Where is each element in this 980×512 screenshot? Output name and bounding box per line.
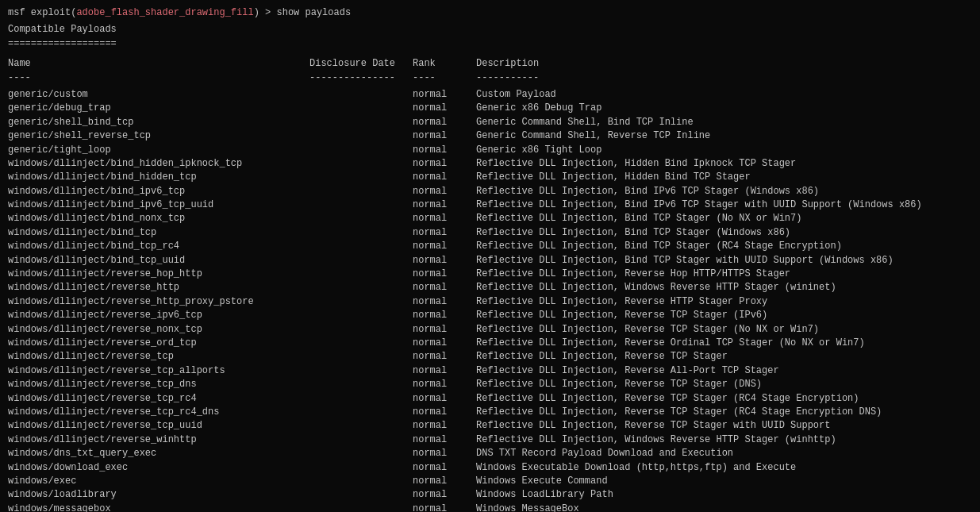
payload-desc: Windows MessageBox: [476, 502, 972, 512]
payload-desc: Reflective DLL Injection, Reverse TCP St…: [476, 392, 972, 406]
table-row: windows/dllinject/reverse_ipv6_tcp norma…: [8, 309, 972, 322]
terminal-window: msf exploit(adobe_flash_shader_drawing_f…: [8, 6, 972, 512]
payload-desc: Reflective DLL Injection, Reverse Hop HT…: [476, 268, 972, 281]
payload-desc: Reflective DLL Injection, Bind TCP Stage…: [476, 240, 972, 253]
payload-desc: Custom Payload: [476, 88, 972, 102]
payload-name: windows/dllinject/reverse_tcp: [8, 350, 309, 364]
payload-name: generic/shell_bind_tcp: [8, 116, 309, 129]
table-row: windows/dllinject/reverse_tcp_rc4 normal…: [8, 392, 972, 406]
payload-name: windows/dllinject/bind_ipv6_tcp_uuid: [8, 198, 309, 212]
table-row: windows/dllinject/bind_ipv6_tcp normal R…: [8, 185, 972, 198]
payload-rank: normal: [413, 268, 476, 281]
payload-rank: normal: [413, 254, 476, 268]
table-row: windows/dllinject/bind_tcp normal Reflec…: [8, 226, 972, 240]
col-header-name: Name: [8, 57, 309, 71]
payload-date: [309, 102, 413, 115]
table-row: windows/dllinject/reverse_tcp_dns normal…: [8, 378, 972, 391]
table-row: windows/dllinject/reverse_tcp_uuid norma…: [8, 419, 972, 433]
table-row: windows/download_exec normal Windows Exe…: [8, 461, 972, 475]
payload-desc: Reflective DLL Injection, Bind TCP Stage…: [476, 212, 972, 225]
payload-date: [309, 461, 413, 475]
payload-date: [309, 392, 413, 406]
payload-rank: normal: [413, 364, 476, 378]
payload-desc: Reflective DLL Injection, Bind IPv6 TCP …: [476, 198, 972, 212]
payload-desc: Generic x86 Debug Trap: [476, 102, 972, 115]
payload-name: windows/dllinject/bind_tcp_rc4: [8, 240, 309, 253]
payload-date: [309, 198, 413, 212]
table-row: windows/dllinject/bind_tcp_rc4 normal Re…: [8, 240, 972, 253]
payload-date: [309, 475, 413, 488]
payload-date: [309, 144, 413, 157]
payload-rank: normal: [413, 378, 476, 391]
payload-date: [309, 419, 413, 433]
payload-rank: normal: [413, 240, 476, 253]
table-row: windows/dllinject/reverse_tcp normal Ref…: [8, 350, 972, 364]
table-row: windows/exec normal Windows Execute Comm…: [8, 475, 972, 488]
payload-name: generic/custom: [8, 88, 309, 102]
payload-rank: normal: [413, 392, 476, 406]
table-row: generic/shell_reverse_tcp normal Generic…: [8, 129, 972, 143]
section-title: Compatible Payloads: [8, 23, 972, 37]
payload-date: [309, 268, 413, 281]
table-row: windows/dllinject/reverse_tcp_allports n…: [8, 364, 972, 378]
payload-desc: Reflective DLL Injection, Reverse TCP St…: [476, 406, 972, 419]
prompt-line: msf exploit(adobe_flash_shader_drawing_f…: [8, 6, 972, 20]
payload-date: [309, 116, 413, 129]
payload-rank: normal: [413, 171, 476, 184]
col-ul-rank: ----: [413, 71, 476, 85]
payload-name: windows/dllinject/reverse_hop_http: [8, 268, 309, 281]
table-row: windows/dllinject/bind_hidden_ipknock_tc…: [8, 157, 972, 171]
payload-rank: normal: [413, 309, 476, 322]
payload-name: windows/exec: [8, 475, 309, 488]
payload-name: generic/shell_reverse_tcp: [8, 129, 309, 143]
col-header-rank: Rank: [413, 57, 476, 71]
payload-rank: normal: [413, 102, 476, 115]
payload-date: [309, 185, 413, 198]
table-row: windows/dllinject/reverse_nonx_tcp norma…: [8, 323, 972, 337]
table-row: windows/dns_txt_query_exec normal DNS TX…: [8, 447, 972, 460]
prompt-msf: msf exploit(: [8, 7, 76, 18]
payload-rank: normal: [413, 488, 476, 502]
prompt-command: ) > show payloads: [254, 7, 351, 18]
table-row: windows/dllinject/reverse_ord_tcp normal…: [8, 337, 972, 350]
payload-rank: normal: [413, 129, 476, 143]
payload-rank: normal: [413, 198, 476, 212]
payload-desc: Generic Command Shell, Reverse TCP Inlin…: [476, 129, 972, 143]
payload-table: generic/custom normal Custom Payload gen…: [8, 88, 972, 512]
payload-name: windows/download_exec: [8, 461, 309, 475]
col-header-date: Disclosure Date: [309, 57, 413, 71]
payload-desc: Generic Command Shell, Bind TCP Inline: [476, 116, 972, 129]
payload-name: windows/loadlibrary: [8, 488, 309, 502]
table-row: generic/shell_bind_tcp normal Generic Co…: [8, 116, 972, 129]
table-row: windows/messagebox normal Windows Messag…: [8, 502, 972, 512]
table-row: windows/loadlibrary normal Windows LoadL…: [8, 488, 972, 502]
payload-rank: normal: [413, 212, 476, 225]
payload-rank: normal: [413, 433, 476, 447]
payload-name: windows/dllinject/bind_hidden_ipknock_tc…: [8, 157, 309, 171]
payload-name: windows/dllinject/reverse_tcp_rc4: [8, 392, 309, 406]
payload-rank: normal: [413, 88, 476, 102]
payload-desc: Reflective DLL Injection, Reverse TCP St…: [476, 419, 972, 433]
payload-date: [309, 281, 413, 294]
table-header: Name Disclosure Date Rank Description: [8, 57, 972, 71]
payload-rank: normal: [413, 323, 476, 337]
col-header-desc: Description: [476, 57, 972, 71]
payload-name: windows/dllinject/reverse_ipv6_tcp: [8, 309, 309, 322]
payload-desc: Reflective DLL Injection, Reverse HTTP S…: [476, 295, 972, 309]
payload-date: [309, 406, 413, 419]
payload-desc: Reflective DLL Injection, Bind IPv6 TCP …: [476, 185, 972, 198]
payload-name: windows/dllinject/reverse_nonx_tcp: [8, 323, 309, 337]
payload-name: windows/dllinject/bind_tcp: [8, 226, 309, 240]
payload-name: generic/tight_loop: [8, 144, 309, 157]
payload-date: [309, 323, 413, 337]
payload-date: [309, 502, 413, 512]
module-name: adobe_flash_shader_drawing_fill: [76, 7, 253, 18]
payload-date: [309, 88, 413, 102]
payload-name: windows/dllinject/reverse_ord_tcp: [8, 337, 309, 350]
section-divider: ===================: [8, 37, 972, 51]
payload-date: [309, 254, 413, 268]
payload-name: windows/dllinject/reverse_tcp_allports: [8, 364, 309, 378]
payload-name: windows/dllinject/reverse_tcp_rc4_dns: [8, 406, 309, 419]
payload-name: windows/dllinject/bind_nonx_tcp: [8, 212, 309, 225]
payload-name: windows/dllinject/bind_tcp_uuid: [8, 254, 309, 268]
